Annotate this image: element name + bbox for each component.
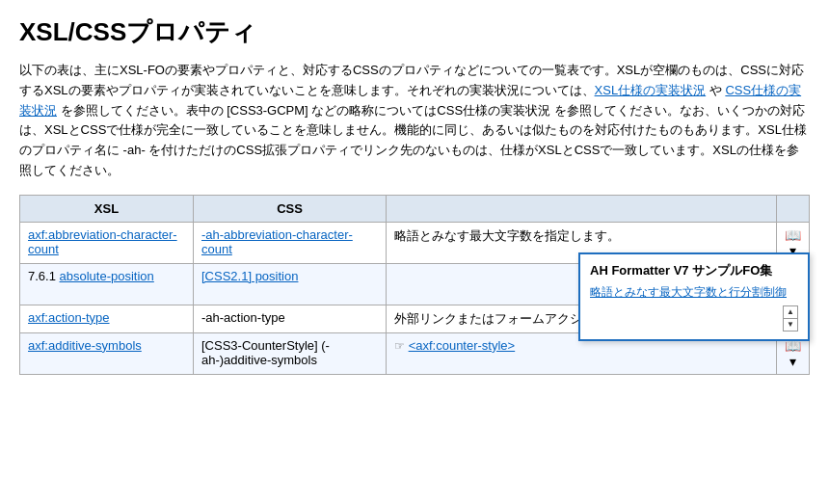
- xsl-cell: 7.6.1 absolute-position: [20, 263, 194, 305]
- counter-style-link[interactable]: <axf:counter-style>: [409, 338, 516, 353]
- page-title: XSL/CSSプロパティ: [19, 15, 810, 49]
- css-link[interactable]: -ah-abbreviation-character-count: [201, 227, 353, 256]
- xsl-link[interactable]: axf:abbreviation-character-count: [28, 227, 177, 256]
- xsl-link[interactable]: absolute-position: [60, 269, 154, 283]
- dropdown-box: AH Formatter V7 サンプルFO集 略語とみなす最大文字数と行分割制…: [578, 252, 810, 341]
- xsl-link[interactable]: axf:action-type: [28, 310, 110, 325]
- xsl-cell: axf:action-type: [20, 305, 194, 332]
- col-header-desc: [387, 195, 777, 222]
- col-header-icon: [777, 195, 810, 222]
- css-cell: -ah-action-type: [194, 305, 387, 332]
- css-link[interactable]: [CSS2.1] position: [201, 269, 298, 283]
- css-cell: [CSS3-CounterStyle] (-ah-)additive-symbo…: [194, 332, 387, 374]
- scroll-up-icon[interactable]: ▲: [784, 306, 797, 319]
- col-header-css: CSS: [194, 195, 387, 222]
- xsl-impl-link[interactable]: XSL仕様の実装状況: [595, 83, 707, 97]
- xsl-cell: axf:additive-symbols: [20, 332, 194, 374]
- xsl-cell: axf:abbreviation-character-count: [20, 222, 194, 263]
- dropdown-scroll: ▲ ▼: [590, 305, 798, 332]
- wing-icon: ☞: [394, 339, 405, 353]
- css-cell: [CSS2.1] position: [194, 263, 387, 305]
- scroll-down-icon[interactable]: ▼: [784, 319, 797, 331]
- dropdown-title: AH Formatter V7 サンプルFO集: [590, 262, 798, 279]
- book-icon[interactable]: 📖▾: [785, 338, 801, 369]
- intro-text: 以下の表は、主にXSL-FOの要素やプロパティと、対応するCSSのプロパティなど…: [19, 61, 810, 181]
- table-wrapper: XSL CSS axf:abbreviation-character-count…: [19, 195, 810, 375]
- col-header-xsl: XSL: [20, 195, 194, 222]
- xsl-link[interactable]: axf:additive-symbols: [28, 338, 142, 353]
- dropdown-item[interactable]: 略語とみなす最大文字数と行分割制御: [590, 283, 798, 302]
- scroll-arrows[interactable]: ▲ ▼: [783, 305, 798, 332]
- css-cell: -ah-abbreviation-character-count: [194, 222, 387, 263]
